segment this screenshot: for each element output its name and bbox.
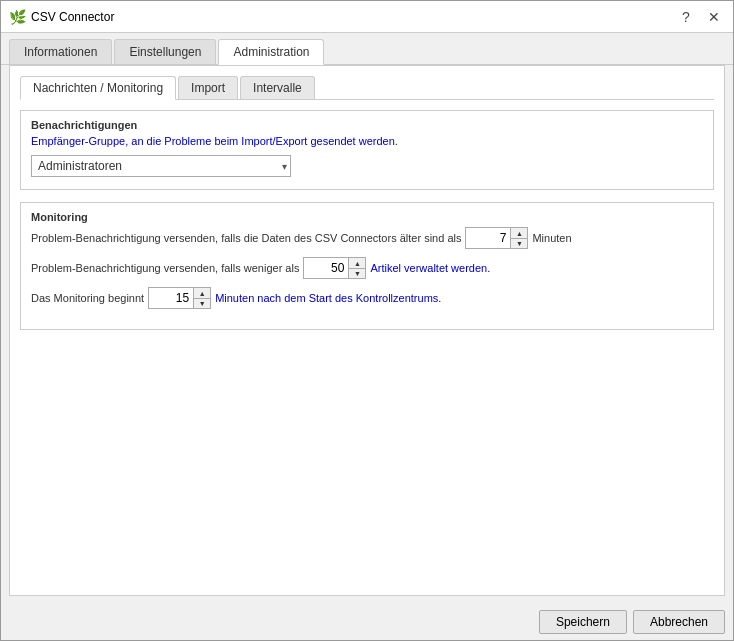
title-bar-controls: ? ✕ [675, 6, 725, 28]
footer: Speichern Abbrechen [1, 604, 733, 640]
monitoring-row1-suffix: Minuten [532, 232, 571, 244]
spinbox-start-buttons: ▲ ▼ [193, 288, 210, 308]
tab-informationen[interactable]: Informationen [9, 39, 112, 64]
administratoren-dropdown[interactable]: Administratoren Alle Keine [31, 155, 291, 177]
spinbox-minutes: ▲ ▼ [465, 227, 528, 249]
spinbox-start-down[interactable]: ▼ [194, 298, 210, 308]
tab-einstellungen[interactable]: Einstellungen [114, 39, 216, 64]
monitoring-row3-suffix: Minuten nach dem Start des Kontrollzentr… [215, 292, 441, 304]
monitoring-row2-prefix: Problem-Benachrichtigung versenden, fall… [31, 262, 299, 274]
spinbox-minutes-down[interactable]: ▼ [511, 238, 527, 248]
spinbox-articles-down[interactable]: ▼ [349, 268, 365, 278]
help-button[interactable]: ? [675, 6, 697, 28]
main-window: 🌿 CSV Connector ? ✕ Informationen Einste… [0, 0, 734, 641]
cancel-button[interactable]: Abbrechen [633, 610, 725, 634]
benachrichtigungen-description: Empfänger-Gruppe, an die Probleme beim I… [31, 135, 703, 147]
monitoring-row1-prefix: Problem-Benachrichtigung versenden, fall… [31, 232, 461, 244]
close-button[interactable]: ✕ [703, 6, 725, 28]
benachrichtigungen-label: Benachrichtigungen [31, 119, 703, 131]
content-area: Nachrichten / Monitoring Import Interval… [9, 65, 725, 596]
main-tab-bar: Informationen Einstellungen Administrati… [1, 33, 733, 65]
spinbox-minutes-input[interactable] [466, 228, 510, 248]
tab-import[interactable]: Import [178, 76, 238, 99]
spinbox-articles-input[interactable] [304, 258, 348, 278]
spinbox-articles: ▲ ▼ [303, 257, 366, 279]
tab-nachrichten[interactable]: Nachrichten / Monitoring [20, 76, 176, 100]
spinbox-start: ▲ ▼ [148, 287, 211, 309]
spinbox-minutes-up[interactable]: ▲ [511, 228, 527, 238]
monitoring-label: Monitoring [31, 211, 703, 223]
title-bar: 🌿 CSV Connector ? ✕ [1, 1, 733, 33]
monitoring-row2-suffix: Artikel verwaltet werden. [370, 262, 490, 274]
spinbox-articles-buttons: ▲ ▼ [348, 258, 365, 278]
dropdown-wrapper: Administratoren Alle Keine ▾ [31, 155, 291, 177]
monitoring-row-3: Das Monitoring beginnt ▲ ▼ Minuten nach … [31, 287, 703, 309]
spinbox-minutes-buttons: ▲ ▼ [510, 228, 527, 248]
benachrichtigungen-section: Benachrichtigungen Empfänger-Gruppe, an … [20, 110, 714, 190]
tab-intervalle[interactable]: Intervalle [240, 76, 315, 99]
save-button[interactable]: Speichern [539, 610, 627, 634]
tab-administration[interactable]: Administration [218, 39, 324, 65]
spinbox-articles-up[interactable]: ▲ [349, 258, 365, 268]
window-title: CSV Connector [31, 10, 675, 24]
inner-tab-bar: Nachrichten / Monitoring Import Interval… [20, 76, 714, 100]
spinbox-start-input[interactable] [149, 288, 193, 308]
spinbox-start-up[interactable]: ▲ [194, 288, 210, 298]
app-icon: 🌿 [9, 9, 25, 25]
monitoring-row-1: Problem-Benachrichtigung versenden, fall… [31, 227, 703, 249]
monitoring-row-2: Problem-Benachrichtigung versenden, fall… [31, 257, 703, 279]
monitoring-section: Monitoring Problem-Benachrichtigung vers… [20, 202, 714, 330]
monitoring-row3-prefix: Das Monitoring beginnt [31, 292, 144, 304]
